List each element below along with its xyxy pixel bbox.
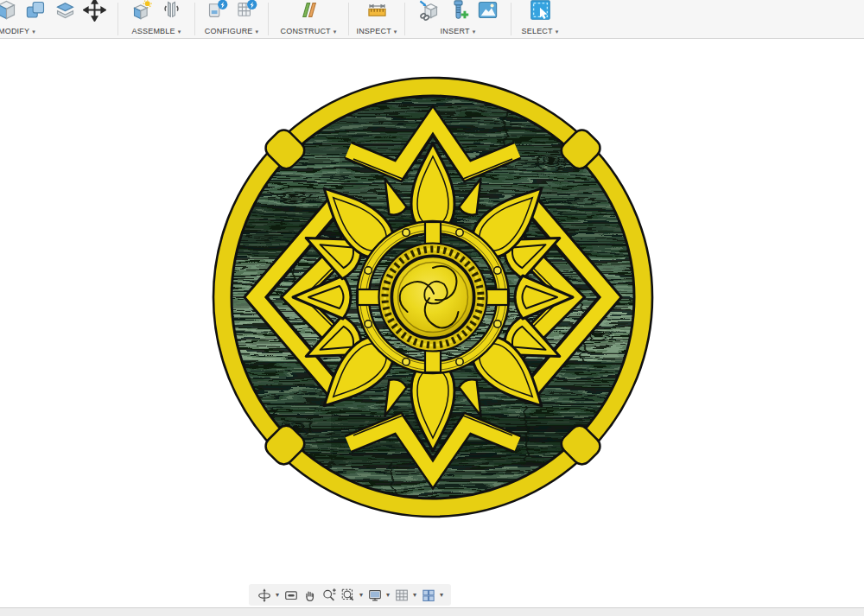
orbit-icon	[257, 587, 272, 603]
fit-caret[interactable]: ▾	[358, 591, 365, 599]
fit-icon	[340, 587, 356, 603]
orbit-button[interactable]	[255, 586, 273, 605]
status-bar	[0, 607, 864, 616]
press-pull-button[interactable]	[0, 0, 18, 22]
configure-menu[interactable]: CONFIGURE ▾	[205, 28, 259, 35]
insert-fastener-button[interactable]	[447, 0, 470, 22]
shield-model[interactable]	[212, 76, 654, 518]
construct-menu-label: CONSTRUCT	[280, 28, 330, 35]
zoom-icon	[321, 587, 337, 603]
toolbar-group-modify: MODIFY ▾	[0, 0, 118, 38]
new-component-button[interactable]	[130, 0, 154, 22]
chevron-down-icon: ▾	[473, 29, 476, 35]
grid-and-snaps-icon	[394, 587, 410, 603]
modify-icons	[0, 0, 106, 22]
viewports-caret[interactable]: ▾	[438, 591, 445, 599]
modify-menu[interactable]: MODIFY ▾	[0, 28, 35, 35]
joint-icon	[160, 0, 183, 22]
derive-button[interactable]	[417, 0, 441, 22]
toolbar-group-configure: CONFIGURE ▾	[195, 0, 268, 38]
canvas-image-button[interactable]	[476, 0, 499, 22]
toolbar-group-assemble: ASSEMBLE ▾	[118, 0, 194, 38]
assemble-icons	[130, 0, 183, 22]
insert-icons	[417, 0, 499, 22]
display-settings-button[interactable]	[365, 586, 384, 605]
offset-face-button[interactable]	[54, 0, 77, 22]
chevron-down-icon: ▾	[256, 29, 259, 35]
select-window-icon	[529, 0, 552, 22]
inspect-menu[interactable]: INSPECT ▾	[356, 28, 397, 35]
insert-fastener-icon	[447, 0, 470, 22]
view-navigation-bar: ▾ ▾ ▾ ▾ ▾	[249, 584, 451, 606]
toolbar-group-select: SELECT ▾	[511, 0, 569, 38]
select-menu[interactable]: SELECT ▾	[522, 28, 559, 35]
inspect-icons	[365, 0, 389, 22]
zoom-button[interactable]	[320, 586, 338, 605]
top-toolbar: MODIFY ▾ ASSEMBLE ▾	[0, 0, 864, 39]
toolbar-group-insert: INSERT ▾	[405, 0, 511, 38]
construct-icons	[297, 0, 321, 22]
look-at-icon	[283, 587, 299, 603]
pan-button[interactable]	[301, 586, 319, 605]
joint-button[interactable]	[160, 0, 183, 22]
pan-icon	[302, 587, 318, 603]
configure-icons	[206, 0, 258, 22]
viewports-icon	[421, 587, 436, 603]
assemble-menu[interactable]: ASSEMBLE ▾	[132, 28, 181, 35]
viewports-button[interactable]	[419, 586, 437, 605]
configuration-button[interactable]	[206, 0, 229, 22]
press-pull-icon	[0, 0, 18, 22]
chevron-down-icon: ▾	[178, 29, 181, 35]
new-component-icon	[130, 0, 154, 22]
chevron-down-icon: ▾	[556, 29, 559, 35]
modify-menu-label: MODIFY	[0, 28, 29, 35]
chevron-down-icon: ▾	[334, 29, 337, 35]
display-settings-icon	[367, 587, 383, 603]
construction-plane-button[interactable]	[297, 0, 321, 22]
shield-boss	[379, 244, 487, 352]
canvas-image-icon	[476, 0, 499, 22]
measure-icon	[365, 0, 389, 22]
select-menu-label: SELECT	[522, 28, 553, 35]
configure-menu-label: CONFIGURE	[205, 28, 253, 35]
configuration-table-button[interactable]	[235, 0, 258, 22]
offset-face-icon	[54, 0, 77, 22]
toolbar-group-inspect: INSPECT ▾	[349, 0, 404, 38]
construction-plane-icon	[297, 0, 321, 22]
select-icons	[529, 0, 552, 22]
inspect-menu-label: INSPECT	[356, 28, 391, 35]
assemble-menu-label: ASSEMBLE	[132, 28, 175, 35]
move-button[interactable]	[83, 0, 106, 22]
toolbar-group-construct: CONSTRUCT ▾	[269, 0, 348, 38]
grid-and-snaps-caret[interactable]: ▾	[411, 591, 418, 599]
look-at-button[interactable]	[282, 586, 300, 605]
combine-button[interactable]	[24, 0, 48, 22]
configuration-table-icon	[235, 0, 258, 22]
viewport-canvas[interactable]: ▾ ▾ ▾ ▾ ▾	[0, 39, 864, 607]
measure-button[interactable]	[365, 0, 389, 22]
fit-button[interactable]	[339, 586, 357, 605]
chevron-down-icon: ▾	[394, 29, 397, 35]
construct-menu[interactable]: CONSTRUCT ▾	[280, 28, 336, 35]
select-window-button[interactable]	[529, 0, 552, 22]
derive-icon	[417, 0, 441, 22]
grid-and-snaps-button[interactable]	[392, 586, 410, 605]
combine-icon	[24, 0, 48, 22]
chevron-down-icon: ▾	[32, 29, 35, 35]
display-settings-caret[interactable]: ▾	[384, 591, 391, 599]
configuration-icon	[206, 0, 229, 22]
insert-menu[interactable]: INSERT ▾	[441, 28, 476, 35]
move-icon	[83, 0, 106, 22]
insert-menu-label: INSERT	[441, 28, 470, 35]
orbit-caret[interactable]: ▾	[274, 591, 281, 599]
